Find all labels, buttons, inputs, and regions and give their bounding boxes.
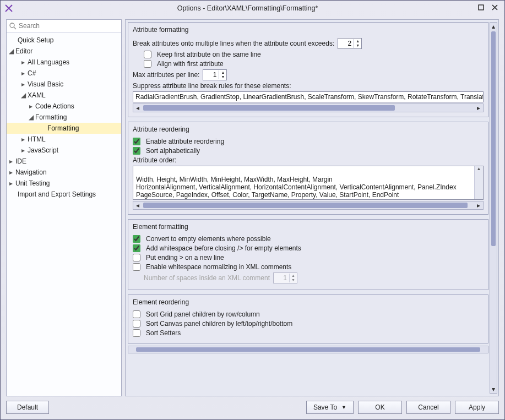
chevron-right-icon: ▸ [20,58,26,66]
break-attributes-label: Break attributes onto multiple lines whe… [133,40,334,47]
enable-reordering-label: Enable attribute reordering [146,138,224,145]
svg-line-2 [14,27,16,29]
break-attributes-count[interactable]: ▲▼ [338,38,362,49]
search-icon [9,22,17,30]
enable-reordering-checkbox[interactable] [133,138,140,145]
attribute-order-vscroll[interactable]: ▲ [474,166,483,199]
group-title: Attribute formatting [133,26,484,34]
group-element-formatting: Element formatting Convert to empty elem… [128,219,488,290]
max-attributes-label: Max attributes per line: [133,71,199,79]
ok-button[interactable]: OK [358,401,402,414]
keep-first-attribute-checkbox[interactable] [144,51,151,58]
tree-item-code-actions[interactable]: ▸Code Actions [7,101,121,112]
panel-hscroll[interactable] [128,346,488,353]
chevron-right-icon: ▸ [20,80,26,88]
group-title: Element reordering [133,298,484,306]
comment-spaces-stepper: ▲▼ [273,272,297,283]
tree-item-import-export[interactable]: Import and Export Settings [7,189,121,200]
scroll-down-icon[interactable]: ▾ [490,385,497,393]
max-attributes-stepper[interactable]: ▲▼ [203,69,227,80]
spin-up-icon[interactable]: ▲ [354,39,361,43]
window-title: Options - Editor\XAML\Formatting\Formatt… [17,4,478,12]
app-icon [4,3,14,13]
spin-down-icon[interactable]: ▼ [354,43,361,48]
max-attributes-input[interactable] [203,71,219,79]
attribute-order-text: Width, Height, MinWidth, MinHeight, MaxW… [136,176,457,200]
tree-item-navigation[interactable]: ▸Navigation [7,167,121,178]
sort-setters-checkbox[interactable] [133,329,140,337]
svg-rect-0 [479,5,484,10]
chevron-right-icon: ▸ [20,146,26,154]
scroll-right-icon[interactable]: ▸ [474,104,483,112]
close-icon[interactable] [492,4,498,12]
tree-item-ide[interactable]: ▸IDE [7,156,121,167]
tree-item-javascript[interactable]: ▸JavaScript [7,145,121,156]
convert-empty-checkbox[interactable] [133,235,140,243]
align-first-attribute-checkbox[interactable] [144,60,151,68]
maximize-icon[interactable] [478,4,484,12]
tree-item-unit-testing[interactable]: ▸Unit Testing [7,178,121,189]
titlebar: Options - Editor\XAML\Formatting\Formatt… [1,1,504,16]
group-title: Element formatting [133,223,484,231]
keep-first-attribute-label: Keep first attribute on the same line [157,51,261,58]
sort-alphabetically-checkbox[interactable] [133,147,140,155]
whitespace-before-close-checkbox[interactable] [133,244,140,252]
ws-normalize-checkbox[interactable] [133,263,140,271]
scroll-left-icon[interactable]: ◂ [133,104,142,112]
spin-down-icon: ▼ [290,278,297,282]
comment-spaces-input [274,274,289,282]
scroll-up-icon[interactable]: ▲ [475,166,483,171]
search-input[interactable] [17,21,119,31]
spin-down-icon[interactable]: ▼ [219,75,226,79]
attribute-order-hscroll[interactable]: ◂ ▸ [133,201,484,210]
settings-panel: Attribute formatting Break attributes on… [125,19,499,396]
tree-item-formatting-parent[interactable]: ◢Formatting [7,112,121,123]
break-attributes-input[interactable] [338,40,354,47]
ws-normalize-label: Enable whitespace normalizing in XML com… [146,263,291,271]
sort-canvas-checkbox[interactable] [133,320,140,328]
search-box[interactable] [7,20,121,32]
tree-item-quick-setup[interactable]: Quick Setup [7,35,121,46]
tree-item-visual-basic[interactable]: ▸Visual Basic [7,79,121,90]
ending-newline-label: Put ending > on a new line [146,254,224,261]
tree-item-html[interactable]: ▸HTML [7,134,121,145]
comment-spaces-label: Number of spaces inside an XML comment [144,274,270,282]
chevron-right-icon: ▸ [20,69,26,77]
nav-tree: Quick Setup ◢Editor ▸All Languages ▸C# ▸… [7,32,121,396]
chevron-right-icon: ▸ [8,157,14,165]
scroll-up-icon[interactable]: ▴ [490,23,497,30]
suppress-rules-input[interactable]: RadialGradientBrush, GradientStop, Linea… [133,91,484,102]
group-element-reordering: Element reordering Sort Grid panel child… [128,294,488,343]
attribute-order-input[interactable]: Width, Height, MinWidth, MinHeight, MaxW… [133,166,484,200]
chevron-down-icon: ◢ [8,47,14,55]
default-button[interactable]: Default [6,401,49,414]
suppress-rules-scrollbar[interactable]: ◂ ▸ [133,103,484,112]
tree-item-formatting[interactable]: Formatting [7,123,121,134]
sort-grid-checkbox[interactable] [133,310,140,318]
sidebar: Quick Setup ◢Editor ▸All Languages ▸C# ▸… [6,19,122,396]
save-to-button[interactable]: Save To▼ [306,401,354,414]
tree-item-all-languages[interactable]: ▸All Languages [7,57,121,68]
attribute-order-label: Attribute order: [133,156,176,164]
tree-item-csharp[interactable]: ▸C# [7,68,121,79]
spin-up-icon[interactable]: ▲ [219,70,226,75]
sort-setters-label: Sort Setters [146,329,181,337]
tree-item-editor[interactable]: ◢Editor [7,46,121,57]
options-dialog: Options - Editor\XAML\Formatting\Formatt… [0,0,505,420]
sort-canvas-label: Sort Canvas panel children by left/top/r… [146,320,292,328]
group-attribute-reordering: Attribute reordering Enable attribute re… [128,122,488,215]
chevron-right-icon: ▸ [20,135,26,143]
apply-button[interactable]: Apply [455,401,499,414]
group-title: Attribute reordering [133,126,484,133]
scroll-right-icon[interactable]: ▸ [474,201,483,209]
tree-item-xaml[interactable]: ◢XAML [7,90,121,101]
ending-newline-checkbox[interactable] [133,254,140,261]
panel-vscroll[interactable]: ▴ ▾ [490,22,497,394]
cancel-button[interactable]: Cancel [406,401,450,414]
group-attribute-formatting: Attribute formatting Break attributes on… [128,22,488,117]
scroll-left-icon[interactable]: ◂ [133,201,142,209]
svg-point-1 [10,23,14,28]
chevron-down-icon: ◢ [20,91,26,99]
sort-alphabetically-label: Sort alphabetically [146,147,200,155]
sort-grid-label: Sort Grid panel children by row/column [146,310,260,318]
